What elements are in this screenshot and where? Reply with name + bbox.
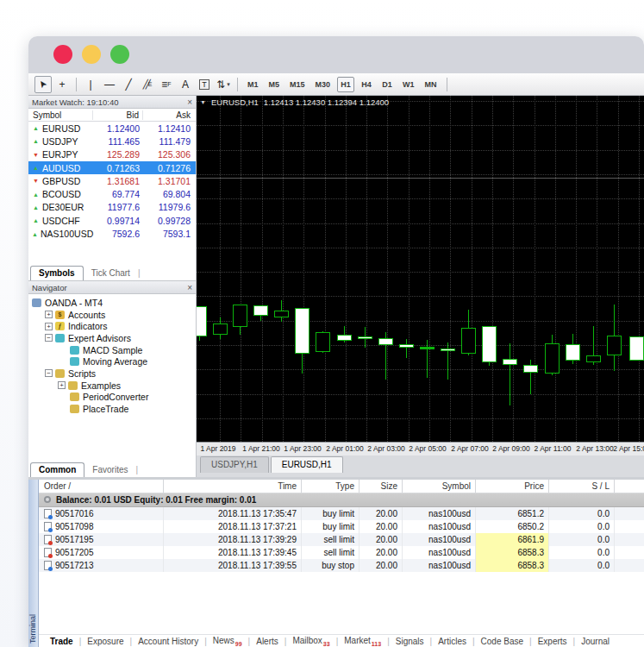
navigator-item-accounts[interactable]: +$Accounts <box>28 309 196 321</box>
column-header-time[interactable]: Time <box>164 480 302 493</box>
chart-tab-eurusd-h1[interactable]: EURUSD,H1 <box>271 456 343 473</box>
symbol-name: NAS100USD <box>41 229 93 239</box>
vertical-line-tool-button[interactable]: | <box>82 76 99 93</box>
terminal-tab-trade[interactable]: Trade <box>44 637 79 646</box>
navigator-item-moving-average[interactable]: Moving Average <box>28 355 196 367</box>
minimize-window-button[interactable] <box>82 45 101 64</box>
trend-down-icon: ▼ <box>32 152 40 158</box>
navigator-item-oanda-mt4[interactable]: OANDA - MT4 <box>28 297 196 309</box>
tab-common[interactable]: Common <box>30 462 84 477</box>
text-icon: A <box>182 79 189 91</box>
close-window-button[interactable] <box>53 45 72 64</box>
market-watch-row[interactable]: ▲EURUSD1.124001.12410 <box>28 122 196 135</box>
scripts-icon <box>70 405 79 413</box>
navigator-item-placetrade[interactable]: PlaceTrade <box>28 403 196 415</box>
timeframe-m1-button[interactable]: M1 <box>244 77 262 92</box>
market-watch-row[interactable]: ▼GBPUSD1.316811.31701 <box>28 174 196 187</box>
expand-icon[interactable]: + <box>58 381 66 389</box>
navigator-item-macd-sample[interactable]: MACD Sample <box>28 344 196 356</box>
horizontal-line-tool-button[interactable]: — <box>101 76 118 93</box>
text-label-tool-button[interactable]: T <box>196 76 213 93</box>
timeframe-m5-button[interactable]: M5 <box>266 77 284 92</box>
market-watch-row[interactable]: ▲NAS100USD7592.67593.1 <box>28 227 196 240</box>
collapse-icon[interactable]: − <box>45 334 53 342</box>
accounts-icon: $ <box>55 311 65 319</box>
navigator-item-examples[interactable]: +Examples <box>28 380 196 392</box>
trendline-tool-button[interactable]: ╱ <box>120 76 137 93</box>
terminal-tab-exposure[interactable]: Exposure <box>81 637 129 646</box>
order-row[interactable]: 905170162018.11.13 17:35:47buy limit20.0… <box>39 507 644 520</box>
fibonacci-tool-button[interactable]: ≡F <box>158 76 175 93</box>
order-row[interactable]: 905172132018.11.13 17:39:55buy stop20.00… <box>39 559 644 572</box>
timeframe-h1-button[interactable]: H1 <box>337 77 354 92</box>
chevron-down-icon[interactable]: ▼ <box>200 99 206 105</box>
order-row[interactable]: 905170982018.11.13 17:37:21buy limit20.0… <box>39 520 644 533</box>
column-header-type[interactable]: Type <box>302 480 360 493</box>
timeframe-w1-button[interactable]: W1 <box>399 77 418 92</box>
window-titlebar[interactable] <box>28 36 644 73</box>
column-header-symbol[interactable]: Symbol <box>403 480 476 493</box>
navigator-item-indicators[interactable]: +ƒIndicators <box>28 320 196 332</box>
column-header-price[interactable]: Price <box>476 480 549 493</box>
crosshair-tool-button[interactable]: + <box>53 76 71 93</box>
navigator-item-expert-advisors[interactable]: −Expert Advisors <box>28 332 196 344</box>
terminal-tab-code-base[interactable]: Code Base <box>475 637 529 646</box>
terminal-tab-account-history[interactable]: Account History <box>132 637 204 646</box>
chart-tab-usdjpy-h1[interactable]: USDJPY,H1 <box>200 456 269 473</box>
terminal-tab-news[interactable]: News99 <box>207 636 248 647</box>
grid-line-vertical <box>303 96 304 442</box>
column-header-sl[interactable]: S / L <box>549 480 615 493</box>
expand-icon[interactable]: + <box>45 323 53 330</box>
market-watch-header[interactable]: Market Watch: 19:10:40 × <box>28 96 196 109</box>
tab-favorites[interactable]: Favorites <box>84 463 135 477</box>
terminal-tab-journal[interactable]: Journal <box>575 637 616 646</box>
time-axis-label: 2 Apr 03:00 <box>367 444 404 453</box>
terminal-tab-alerts[interactable]: Alerts <box>250 637 284 646</box>
zoom-window-button[interactable] <box>110 45 129 64</box>
terminal-tab-signals[interactable]: Signals <box>390 637 430 646</box>
terminal-tab-market[interactable]: Market113 <box>338 636 387 647</box>
terminal-tab-articles[interactable]: Articles <box>432 637 472 646</box>
symbol-column-header[interactable]: Symbol <box>28 110 93 120</box>
timeframe-m30-button[interactable]: M30 <box>312 77 335 92</box>
navigator-tabs: CommonFavorites| <box>28 461 196 477</box>
market-watch-row[interactable]: ▼EURJPY125.289125.306 <box>28 148 196 161</box>
tab-symbols[interactable]: Symbols <box>30 266 84 280</box>
navigator-header[interactable]: Navigator × <box>28 281 196 294</box>
close-icon[interactable]: × <box>187 283 192 292</box>
market-watch-title: Market Watch: 19:10:40 <box>32 97 119 107</box>
market-watch-row[interactable]: ▲USDJPY111.465111.479 <box>28 135 196 148</box>
order-row[interactable]: 905171952018.11.13 17:39:29sell limit20.… <box>39 533 644 546</box>
timeframe-m15-button[interactable]: M15 <box>286 77 309 92</box>
column-header-order[interactable]: Order / <box>39 480 164 493</box>
cursor-tool-button[interactable]: ➤ <box>34 76 52 93</box>
expand-icon[interactable]: + <box>45 311 53 318</box>
market-watch-row[interactable]: ▲USDCHF0.997140.99728 <box>28 214 196 227</box>
timeframe-h4-button[interactable]: H4 <box>358 77 375 92</box>
ask-column-header[interactable]: Ask <box>143 110 196 120</box>
terminal-tab-experts[interactable]: Experts <box>532 637 573 646</box>
arrows-tool-button[interactable]: ⇅▾ <box>215 76 232 93</box>
column-header-size[interactable]: Size <box>360 480 403 493</box>
terminal-side-strip[interactable]: Terminal <box>28 480 39 647</box>
close-icon[interactable]: × <box>187 97 192 107</box>
market-watch-row[interactable]: ▲DE30EUR11977.611979.6 <box>28 201 196 214</box>
navigator-item-scripts[interactable]: −Scripts <box>28 367 196 380</box>
candlestick-chart[interactable]: ▼ EURUSD,H1 1.12413 1.12430 1.12394 1.12… <box>197 96 644 442</box>
market-watch-row[interactable]: ▲AUDUSD0.712630.71276 <box>28 161 196 174</box>
timeframe-d1-button[interactable]: D1 <box>378 77 396 92</box>
collapse-icon[interactable]: − <box>45 369 53 377</box>
terminal-tab-mailbox[interactable]: Mailbox33 <box>286 636 335 647</box>
market-watch-row[interactable]: ▲BCOUSD69.77469.804 <box>28 187 196 200</box>
order-row[interactable]: 905172052018.11.13 17:39:45sell limit20.… <box>39 546 644 559</box>
equidistant-channel-tool-button[interactable]: ╱╱E <box>139 76 156 93</box>
bid-column-header[interactable]: Bid <box>93 110 143 120</box>
order-price: 6851.2 <box>476 507 549 520</box>
chart-title: ▼ EURUSD,H1 1.12413 1.12430 1.12394 1.12… <box>200 97 389 107</box>
tab-tick-chart[interactable]: Tick Chart <box>84 267 138 280</box>
timeframe-mn-button[interactable]: MN <box>422 77 441 92</box>
text-tool-button[interactable]: A <box>177 76 194 93</box>
navigator-item-periodconverter[interactable]: PeriodConverter <box>28 392 196 404</box>
grid-line-vertical <box>535 96 535 442</box>
ask-value: 1.12410 <box>143 123 196 134</box>
